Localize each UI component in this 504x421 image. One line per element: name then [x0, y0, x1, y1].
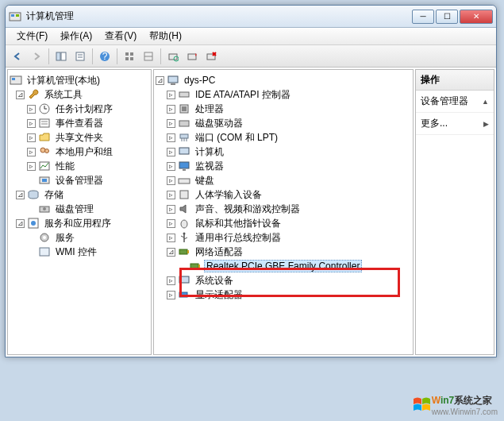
expand-icon[interactable]: ▹: [27, 148, 36, 156]
expand-icon[interactable]: ▹: [27, 119, 36, 128]
tree-wmi[interactable]: WMI 控件: [10, 245, 149, 259]
expand-icon[interactable]: ▹: [167, 291, 175, 299]
svg-rect-45: [179, 92, 189, 97]
uninstall-button[interactable]: [202, 48, 220, 65]
device-ports[interactable]: ▹端口 (COM 和 LPT): [156, 130, 411, 145]
help-button[interactable]: ?: [96, 48, 113, 65]
scan-hardware-button[interactable]: [164, 48, 182, 65]
expand-icon[interactable]: ▹: [167, 148, 175, 156]
device-system[interactable]: ▹系统设备: [156, 273, 411, 288]
tree-root[interactable]: 计算机管理(本地): [10, 73, 149, 87]
expand-icon[interactable]: ▹: [167, 219, 175, 228]
device-realtek[interactable]: Realtek PCIe GBE Family Controller: [156, 259, 411, 273]
computer-mgmt-icon: [10, 74, 22, 87]
device-display[interactable]: ▹显示适配器: [156, 288, 411, 302]
tree-services[interactable]: 服务: [10, 230, 149, 245]
view-button-1[interactable]: [121, 48, 138, 65]
expand-icon[interactable]: ▹: [167, 176, 175, 185]
menu-file[interactable]: 文件(F): [10, 28, 54, 44]
properties-button[interactable]: [71, 48, 89, 65]
device-monitors[interactable]: ▹监视器: [156, 159, 411, 173]
expand-icon[interactable]: ▹: [167, 276, 175, 285]
view-button-2[interactable]: [140, 48, 157, 65]
expand-icon[interactable]: ▹: [167, 162, 175, 171]
menu-help[interactable]: 帮助(H): [143, 28, 188, 44]
tree-disk-mgmt[interactable]: 磁盘管理: [10, 202, 149, 216]
menu-action[interactable]: 操作(A): [54, 28, 98, 44]
minimize-button[interactable]: ─: [412, 10, 434, 24]
console-tree[interactable]: 计算机管理(本地) ⊿系统工具 ▹任务计划程序 ▹事件查看器 ▹共享文件夹 ▹本…: [8, 70, 151, 262]
back-button[interactable]: [9, 48, 26, 65]
expand-icon[interactable]: ▹: [167, 105, 175, 114]
expand-icon[interactable]: ▹: [167, 191, 175, 199]
device-root[interactable]: ⊿dys-PC: [156, 73, 411, 87]
device-network[interactable]: ⊿网络适配器: [156, 245, 411, 259]
middle-pane: ⊿dys-PC ▹IDE ATA/ATAPI 控制器 ▹处理器 ▹磁盘驱动器 ▹…: [153, 69, 414, 355]
users-icon: [38, 145, 51, 158]
device-computer[interactable]: ▹计算机: [156, 145, 411, 159]
svg-rect-3: [56, 52, 60, 60]
event-icon: [38, 117, 51, 129]
expand-icon[interactable]: ▹: [167, 205, 175, 214]
tree-device-manager[interactable]: 设备管理器: [10, 173, 149, 187]
device-usb[interactable]: ▹通用串行总线控制器: [156, 230, 411, 245]
windows-logo-icon: [411, 395, 432, 415]
collapse-icon[interactable]: ⊿: [16, 191, 25, 199]
left-pane: 计算机管理(本地) ⊿系统工具 ▹任务计划程序 ▹事件查看器 ▹共享文件夹 ▹本…: [7, 69, 152, 355]
tree-event-viewer[interactable]: ▹事件查看器: [10, 116, 149, 130]
forward-button[interactable]: [28, 48, 45, 65]
device-mouse[interactable]: ▹鼠标和其他指针设备: [156, 216, 411, 230]
svg-rect-56: [179, 179, 190, 183]
expand-icon[interactable]: ▹: [167, 133, 175, 142]
svg-point-37: [43, 207, 46, 210]
watermark-brand: Win7Win7系统之家系统之家: [432, 395, 493, 406]
app-icon: [9, 10, 21, 23]
menu-view[interactable]: 查看(V): [98, 28, 143, 44]
device-ide[interactable]: ▹IDE ATA/ATAPI 控制器: [156, 87, 411, 102]
svg-rect-12: [125, 57, 129, 60]
expand-icon[interactable]: ▹: [27, 133, 36, 142]
update-driver-button[interactable]: [183, 48, 201, 65]
expand-icon[interactable]: ▹: [167, 234, 175, 242]
collapse-icon[interactable]: ⊿: [156, 76, 164, 85]
actions-header: 操作: [416, 70, 494, 91]
tree-performance[interactable]: ▹性能: [10, 159, 149, 173]
services-apps-icon: [27, 217, 40, 230]
svg-rect-5: [76, 52, 84, 60]
tree-system-tools[interactable]: ⊿系统工具: [10, 87, 149, 102]
svg-rect-54: [179, 162, 189, 168]
device-cpu[interactable]: ▹处理器: [156, 102, 411, 116]
device-mgr-icon: [38, 174, 51, 187]
device-hid[interactable]: ▹人体学输入设备: [156, 187, 411, 202]
svg-rect-53: [179, 148, 189, 154]
expand-icon[interactable]: ▹: [167, 119, 175, 128]
separator: [117, 48, 117, 64]
collapse-icon[interactable]: ⊿: [16, 219, 25, 228]
tree-storage[interactable]: ⊿存储: [10, 187, 149, 202]
svg-rect-13: [130, 57, 133, 60]
window-title: 计算机管理: [26, 10, 412, 23]
show-hide-tree-button[interactable]: [52, 48, 70, 65]
collapse-icon[interactable]: ⊿: [16, 91, 25, 99]
device-sound[interactable]: ▹声音、视频和游戏控制器: [156, 202, 411, 216]
svg-rect-23: [12, 78, 15, 80]
tree-local-users[interactable]: ▹本地用户和组: [10, 145, 149, 159]
titlebar[interactable]: 计算机管理 ─ ☐ ✕: [6, 6, 496, 28]
close-button[interactable]: ✕: [460, 10, 493, 24]
device-tree[interactable]: ⊿dys-PC ▹IDE ATA/ATAPI 控制器 ▹处理器 ▹磁盘驱动器 ▹…: [154, 70, 413, 305]
usb-icon: [178, 231, 190, 244]
actions-item-devicemgr[interactable]: 设备管理器▲: [416, 91, 494, 113]
svg-rect-66: [198, 265, 200, 268]
tree-task-scheduler[interactable]: ▹任务计划程序: [10, 102, 149, 116]
tree-services-apps[interactable]: ⊿服务和应用程序: [10, 216, 149, 230]
device-disk[interactable]: ▹磁盘驱动器: [156, 116, 411, 130]
actions-item-more[interactable]: 更多...▶: [416, 113, 494, 135]
maximize-button[interactable]: ☐: [436, 10, 458, 24]
tree-shared-folders[interactable]: ▹共享文件夹: [10, 130, 149, 145]
chevron-right-icon: ▶: [483, 120, 489, 128]
expand-icon[interactable]: ▹: [167, 91, 175, 99]
expand-icon[interactable]: ▹: [27, 162, 36, 171]
device-keyboards[interactable]: ▹键盘: [156, 173, 411, 187]
expand-icon[interactable]: ▹: [27, 105, 36, 114]
collapse-icon[interactable]: ⊿: [167, 248, 175, 257]
